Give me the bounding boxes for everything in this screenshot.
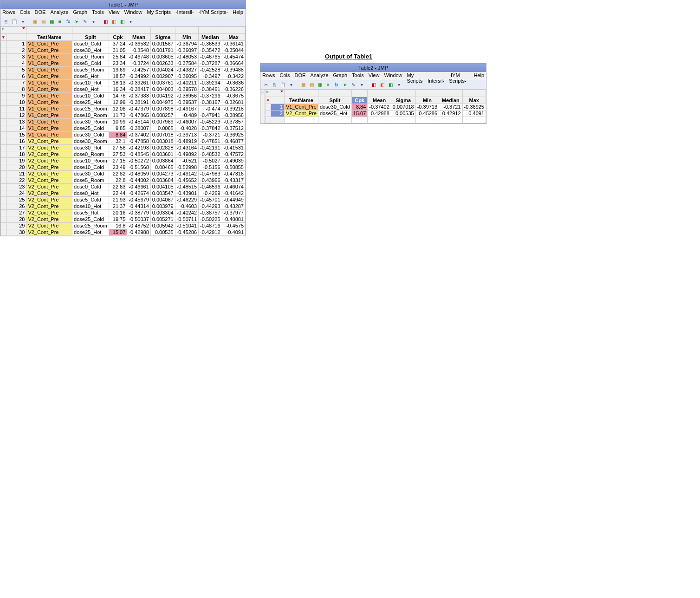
table-row[interactable]: 3V1_Cont_Predose0_Room25.84-0.467480.003…: [1, 54, 246, 60]
sort-icon[interactable]: ≡: [56, 18, 64, 26]
table2-grid[interactable]: ▾ TestNameSplitCpkMeanSigmaMinMedianMax1…: [265, 90, 486, 124]
menu-item-rows[interactable]: Rows: [2, 9, 15, 16]
table-row[interactable]: 30V2_Cont_Predose25_Hot15.07-0.429880.00…: [1, 229, 246, 236]
col-header-split[interactable]: Split: [318, 97, 351, 104]
cut-icon[interactable]: ✂: [262, 81, 270, 89]
row-disclosure-icon[interactable]: ▾: [265, 97, 271, 104]
menu-item-cols[interactable]: Cols: [280, 72, 290, 79]
copy-icon[interactable]: ⎘: [2, 18, 10, 26]
dropdown5-icon[interactable]: ▾: [358, 81, 365, 89]
table2-titlebar[interactable]: Table2 - JMP: [260, 64, 486, 72]
col-header-max[interactable]: Max: [222, 34, 245, 41]
table-row[interactable]: 24V2_Cont_Predose0_Hot22.44-0.426740.003…: [1, 190, 246, 197]
menu-item-intersil[interactable]: -Intersil-: [428, 72, 444, 79]
table-row[interactable]: 12V1_Cont_Predose10_Room11.73-0.478650.0…: [1, 112, 246, 119]
col-header-min[interactable]: Min: [175, 34, 198, 41]
dropdown2-icon[interactable]: ▾: [90, 18, 97, 26]
orange-icon[interactable]: ◧: [110, 18, 117, 26]
col-header-testname[interactable]: TestName: [284, 97, 318, 104]
cells-icon[interactable]: ▦: [48, 18, 55, 26]
table-row[interactable]: 9V1_Cont_Predose10_Cold14.78-0.373830.00…: [1, 93, 246, 99]
table-row[interactable]: 22V2_Cont_Predose5_Room22.8-0.440020.003…: [1, 177, 246, 184]
dropdown4-icon[interactable]: ▾: [287, 81, 295, 89]
table-row[interactable]: 10V1_Cont_Predose25_Hot12.99-0.381910.00…: [1, 99, 246, 106]
menu-item-iymscripts[interactable]: -IYM Scripts-: [199, 9, 228, 16]
sort2-icon[interactable]: ≡: [324, 81, 332, 89]
table-row[interactable]: 7V1_Cont_Predose10_Hot18.13-0.392610.003…: [1, 80, 246, 86]
table-row[interactable]: 4V1_Cont_Predose5_Cold23.34-0.37240.0026…: [1, 60, 246, 67]
col-header-mean[interactable]: Mean: [368, 97, 391, 104]
green2-icon[interactable]: ◧: [118, 18, 126, 26]
table-row[interactable]: 2V1_Cont_Predose30_Hot31.05-0.35480.0017…: [1, 47, 246, 54]
menu-item-iymscripts[interactable]: -IYM Scripts-: [449, 72, 469, 79]
table-row[interactable]: 21V2_Cont_Predose30_Cold22.82-0.480590.0…: [1, 171, 246, 177]
table-row[interactable]: 15V1_Cont_Predose30_Cold8.84-0.374020.00…: [1, 132, 246, 138]
col-header-mean[interactable]: Mean: [127, 34, 150, 41]
cells2-icon[interactable]: ▦: [316, 81, 324, 89]
table-row[interactable]: 26V2_Cont_Predose10_Hot21.37-0.443140.00…: [1, 203, 246, 210]
table-row[interactable]: 19V2_Cont_Predose10_Room27.15-0.502720.0…: [1, 158, 246, 164]
table-row[interactable]: 11V1_Cont_Predose25_Room12.06-0.473790.0…: [1, 106, 246, 112]
menu-item-help[interactable]: Help: [233, 9, 243, 16]
corner-disclosure[interactable]: [1, 27, 26, 34]
col-header-median[interactable]: Median: [199, 34, 222, 41]
table2-icon[interactable]: ▦: [299, 81, 307, 89]
grid-icon[interactable]: ▤: [39, 18, 47, 26]
orange2-icon[interactable]: ◧: [378, 81, 386, 89]
dropdown6-icon[interactable]: ▾: [395, 81, 402, 89]
menu-item-window[interactable]: Window: [124, 9, 142, 16]
fx2-icon[interactable]: fx: [333, 81, 340, 89]
arrow-icon[interactable]: ➤: [73, 18, 80, 26]
menu-item-myscripts[interactable]: My Scripts: [147, 9, 171, 16]
col-header-max[interactable]: Max: [462, 97, 486, 104]
table-row[interactable]: 1V1_Cont_Predose30_Cold8.84-0.374020.007…: [265, 104, 486, 110]
col-header-sigma[interactable]: Sigma: [150, 34, 175, 41]
menu-item-graph[interactable]: Graph: [333, 72, 348, 79]
col-header-testname[interactable]: TestName: [26, 34, 72, 41]
table-row[interactable]: 25V2_Cont_Predose5_Cold21.93-0.456790.00…: [1, 197, 246, 203]
table-row[interactable]: 18V2_Cont_Predose0_Room27.53-0.485450.00…: [1, 151, 246, 158]
table-row[interactable]: 6V1_Cont_Predose5_Hot18.57-0.349920.0029…: [1, 73, 246, 80]
menu-item-myscripts[interactable]: My Scripts: [407, 72, 423, 79]
col-header-sigma[interactable]: Sigma: [391, 97, 415, 104]
menu-item-doe[interactable]: DOE: [295, 72, 306, 79]
paste-icon[interactable]: 📋: [11, 18, 18, 26]
table-row[interactable]: 2V2_Cont_Predose25_Hot15.07-0.429880.005…: [265, 110, 486, 117]
pencil2-icon[interactable]: ✎: [350, 81, 357, 89]
menu-item-intersil[interactable]: -Intersil-: [175, 9, 194, 16]
corner-disclosure[interactable]: [265, 90, 284, 97]
menu-item-rows[interactable]: Rows: [262, 72, 275, 79]
table-row[interactable]: 13V1_Cont_Predose30_Room10.99-0.451440.0…: [1, 119, 246, 125]
red-icon[interactable]: ◧: [102, 18, 109, 26]
table-row[interactable]: 20V2_Cont_Predose10_Cold23.49-0.515680.0…: [1, 164, 246, 171]
menu-item-tools[interactable]: Tools: [92, 9, 104, 16]
copy2-icon[interactable]: ⎘: [271, 81, 278, 89]
col-header-cpk[interactable]: Cpk: [351, 97, 368, 104]
col-header-median[interactable]: Median: [439, 97, 462, 104]
table-row[interactable]: 27V2_Cont_Predose5_Hot20.16-0.387790.003…: [1, 210, 246, 216]
row-disclosure-icon[interactable]: ▾: [1, 34, 6, 41]
menu-item-help[interactable]: Help: [473, 72, 484, 79]
pencil-icon[interactable]: ✎: [81, 18, 89, 26]
menu-item-cols[interactable]: Cols: [20, 9, 30, 16]
menu-item-window[interactable]: Window: [384, 72, 402, 79]
fx-icon[interactable]: fx: [65, 18, 72, 26]
col-header-min[interactable]: Min: [415, 97, 439, 104]
red2-icon[interactable]: ◧: [370, 81, 377, 89]
col-header-split[interactable]: Split: [72, 34, 109, 41]
menu-item-view[interactable]: View: [369, 72, 380, 79]
table-row[interactable]: 1V1_Cont_Predose0_Cold37.24-0.365320.001…: [1, 41, 246, 47]
table-row[interactable]: 17V2_Cont_Predose30_Hot27.58-0.421930.00…: [1, 145, 246, 151]
table-row[interactable]: 16V2_Cont_Predose30_Room32.1-0.478580.00…: [1, 138, 246, 145]
table-row[interactable]: 5V1_Cont_Predose5_Room19.69-0.42570.0040…: [1, 67, 246, 73]
menu-item-doe[interactable]: DOE: [35, 9, 46, 16]
dropdown3-icon[interactable]: ▾: [127, 18, 134, 26]
table1-titlebar[interactable]: Table1 - JMP: [0, 0, 246, 9]
menu-item-analyze[interactable]: Analyze: [50, 9, 68, 16]
dropdown-icon[interactable]: ▾: [19, 18, 26, 26]
green3-icon[interactable]: ◧: [387, 81, 394, 89]
table-row[interactable]: 23V2_Cont_Predose0_Cold22.63-0.466610.00…: [1, 184, 246, 190]
menu-item-view[interactable]: View: [109, 9, 120, 16]
menu-item-graph[interactable]: Graph: [73, 9, 88, 16]
table-icon[interactable]: ▦: [31, 18, 39, 26]
